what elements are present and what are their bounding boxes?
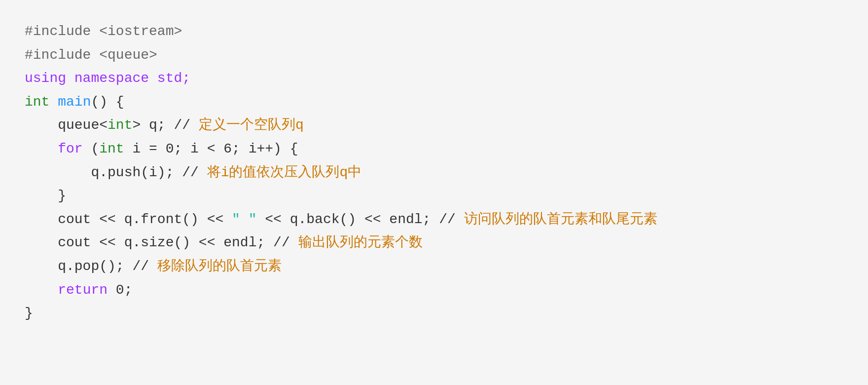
code-line: queue<int> q; // 定义一个空队列q: [25, 114, 843, 137]
code-token: cout << q.size() << endl; //: [25, 231, 298, 255]
code-token: int: [108, 114, 132, 137]
code-token: queue<: [25, 114, 108, 137]
code-token: 输出队列的元素个数: [298, 231, 423, 255]
code-token: " ": [232, 208, 256, 231]
code-token: 访问队列的队首元素和队尾元素: [464, 208, 657, 231]
code-token: int: [99, 137, 124, 161]
code-line: #include <iostream>: [25, 20, 843, 43]
code-token: 将i的值依次压入队列q中: [207, 161, 362, 185]
code-line: for (int i = 0; i < 6; i++) {: [25, 137, 843, 161]
code-token: #include <queue>: [25, 43, 157, 67]
code-token: [49, 90, 58, 114]
code-token: cout << q.front() <<: [25, 208, 232, 231]
code-line: cout << q.front() << " " << q.back() << …: [25, 208, 843, 231]
code-line: int main() {: [25, 90, 843, 114]
code-token: (: [83, 137, 100, 161]
code-token: int: [25, 90, 49, 114]
code-line: #include <queue>: [25, 43, 843, 67]
code-token: for: [58, 137, 82, 161]
code-line: }: [25, 184, 843, 208]
code-line: cout << q.size() << endl; // 输出队列的元素个数: [25, 231, 843, 255]
code-token: }: [25, 184, 66, 208]
code-token: << q.back() << endl; //: [257, 208, 464, 231]
code-token: q.pop(); //: [25, 255, 157, 278]
code-line: using namespace std;: [25, 67, 843, 90]
code-token: [25, 137, 58, 161]
code-line: }: [25, 302, 843, 325]
code-token: [25, 278, 58, 302]
code-line: return 0;: [25, 278, 843, 302]
code-token: }: [25, 302, 33, 325]
code-token: using namespace std;: [25, 67, 190, 90]
code-editor: #include <iostream>#include <queue>using…: [0, 0, 868, 385]
code-token: i = 0; i < 6; i++) {: [124, 137, 298, 161]
code-token: 定义一个空队列q: [199, 114, 304, 137]
code-token: return: [58, 278, 108, 302]
code-token: > q; //: [132, 114, 198, 137]
code-token: #include <iostream>: [25, 20, 182, 43]
code-token: main: [58, 90, 91, 114]
code-token: () {: [91, 90, 124, 114]
code-line: q.push(i); // 将i的值依次压入队列q中: [25, 161, 843, 185]
code-token: 移除队列的队首元素: [157, 255, 282, 278]
code-token: q.push(i); //: [25, 161, 207, 185]
code-line: q.pop(); // 移除队列的队首元素: [25, 255, 843, 278]
code-token: 0;: [108, 278, 132, 302]
